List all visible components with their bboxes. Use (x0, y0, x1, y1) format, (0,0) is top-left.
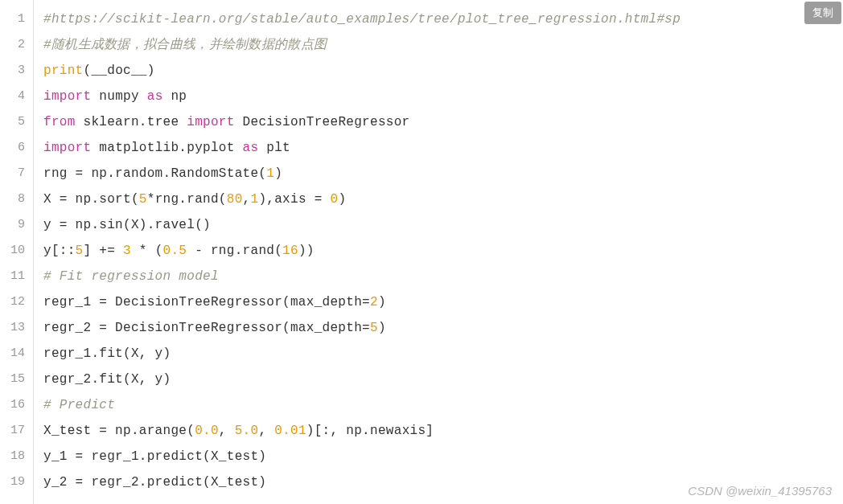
identifier-token: rng = np.random.RandomState( (43, 166, 266, 181)
identifier-token: X_test = np.arange( (43, 424, 195, 438)
code-line: # Predict (43, 392, 843, 418)
line-number: 2 (6, 32, 25, 58)
identifier-token: regr_1.fit(X, y) (43, 346, 171, 361)
identifier-token: y_2 = regr_2.predict(X_test) (43, 475, 266, 490)
identifier-token: , (258, 424, 274, 438)
comment-token: # Predict (43, 398, 115, 412)
code-line: X_test = np.arange(0.0, 5.0, 0.01)[:, np… (43, 418, 843, 444)
identifier-token: ) (378, 321, 386, 335)
code-line: print(__doc__) (43, 58, 843, 84)
identifier-token: , (219, 424, 235, 438)
identifier-token: regr_1 = DecisionTreeRegressor(max_depth… (43, 295, 370, 309)
number-token: 1 (250, 192, 258, 207)
line-number: 13 (6, 315, 25, 341)
line-number-gutter: 1 2 3 4 5 6 7 8 9 10 11 12 13 14 15 16 1… (0, 0, 34, 504)
keyword-token: as (243, 141, 259, 155)
code-line: import matplotlib.pyplot as plt (43, 135, 843, 161)
line-number: 12 (6, 289, 25, 315)
number-token: 5 (76, 244, 84, 258)
identifier-token: ) (338, 192, 346, 207)
number-token: 5 (370, 321, 378, 335)
number-token: 0.0 (195, 424, 219, 438)
comment-token: #https://scikit-learn.org/stable/auto_ex… (43, 12, 681, 27)
identifier-token: *rng.rand( (147, 192, 227, 207)
identifier-token: )) (298, 244, 315, 258)
line-number: 16 (6, 392, 25, 418)
identifier-token: DecisionTreeRegressor (243, 115, 410, 129)
identifier-token: X = np.sort( (43, 192, 139, 207)
code-line: from sklearn.tree import DecisionTreeReg… (43, 109, 843, 135)
keyword-token: import (187, 115, 234, 129)
identifier-token: __doc__ (91, 64, 146, 78)
keyword-token: from (43, 115, 76, 129)
number-token: 16 (282, 244, 298, 258)
line-number: 14 (6, 341, 25, 367)
line-number: 11 (6, 264, 25, 289)
identifier-token: y[:: (43, 244, 76, 258)
code-block: 1 2 3 4 5 6 7 8 9 10 11 12 13 14 15 16 1… (0, 0, 843, 504)
identifier-token: * ( (131, 244, 163, 258)
line-number: 1 (6, 6, 25, 32)
line-number: 9 (6, 212, 25, 238)
identifier-token: regr_2 = DecisionTreeRegressor(max_depth… (43, 321, 370, 335)
identifier-token: ),axis = (258, 192, 330, 207)
number-token: 5.0 (235, 424, 259, 438)
line-number: 19 (6, 469, 25, 495)
identifier-token: ] += (84, 244, 124, 258)
identifier-token: y_1 = regr_1.predict(X_test) (43, 449, 266, 464)
line-number: 8 (6, 186, 25, 212)
paren-token: ( (84, 64, 92, 78)
identifier-token: ) (274, 166, 282, 181)
code-line: y_1 = regr_1.predict(X_test) (43, 444, 843, 469)
code-line: # Fit regression model (43, 264, 843, 289)
number-token: 0 (331, 192, 339, 207)
number-token: 5 (139, 192, 147, 207)
code-line: regr_2 = DecisionTreeRegressor(max_depth… (43, 315, 843, 341)
identifier-token: - rng.rand( (187, 244, 282, 258)
line-number: 6 (6, 135, 25, 161)
code-line: regr_2.fit(X, y) (43, 367, 843, 392)
line-number: 5 (6, 109, 25, 135)
line-number: 18 (6, 444, 25, 469)
code-line: y_2 = regr_2.predict(X_test) (43, 469, 843, 495)
identifier-token: regr_2.fit(X, y) (43, 372, 171, 387)
identifier-token: , (243, 192, 251, 207)
keyword-token: as (147, 89, 163, 104)
number-token: 0.01 (274, 424, 306, 438)
number-token: 80 (227, 192, 243, 207)
identifier-token: plt (266, 141, 290, 155)
identifier-token: np (171, 89, 187, 104)
code-line: #https://scikit-learn.org/stable/auto_ex… (43, 6, 843, 32)
code-line: y = np.sin(X).ravel() (43, 212, 843, 238)
comment-token: #随机生成数据，拟合曲线，并绘制数据的散点图 (43, 38, 327, 52)
keyword-token: import (43, 89, 91, 104)
line-number: 3 (6, 58, 25, 84)
line-number: 7 (6, 161, 25, 186)
builtin-token: print (43, 64, 84, 78)
identifier-token: ) (378, 295, 386, 309)
comment-token: # Fit regression model (43, 269, 219, 284)
copy-button[interactable]: 复制 (804, 2, 841, 24)
paren-token: ) (147, 64, 155, 78)
number-token: 3 (123, 244, 131, 258)
identifier-token: y = np.sin(X).ravel() (43, 218, 211, 232)
number-token: 0.5 (163, 244, 187, 258)
keyword-token: import (43, 141, 91, 155)
number-token: 2 (370, 295, 378, 309)
code-line: #随机生成数据，拟合曲线，并绘制数据的散点图 (43, 32, 843, 58)
code-line: regr_1 = DecisionTreeRegressor(max_depth… (43, 289, 843, 315)
identifier-token: numpy (99, 89, 139, 104)
code-line: y[::5] += 3 * (0.5 - rng.rand(16)) (43, 238, 843, 264)
identifier-token: matplotlib.pyplot (99, 141, 234, 155)
line-number: 17 (6, 418, 25, 444)
code-line: import numpy as np (43, 84, 843, 109)
line-number: 10 (6, 238, 25, 264)
code-line: rng = np.random.RandomState(1) (43, 161, 843, 186)
identifier-token: sklearn.tree (84, 115, 179, 129)
identifier-token: )[:, np.newaxis] (306, 424, 434, 438)
line-number: 15 (6, 367, 25, 392)
line-number: 4 (6, 84, 25, 109)
code-line: regr_1.fit(X, y) (43, 341, 843, 367)
code-area[interactable]: #https://scikit-learn.org/stable/auto_ex… (34, 0, 843, 504)
number-token: 1 (266, 166, 274, 181)
